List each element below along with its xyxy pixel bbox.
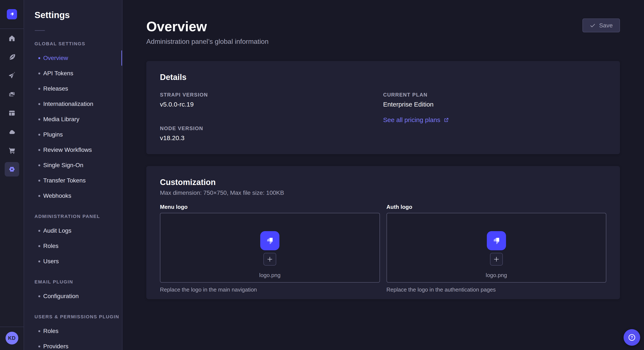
global-settings-list: Overview API Tokens Releases Internation… bbox=[24, 50, 122, 203]
strapi-logo-icon bbox=[490, 235, 502, 247]
subnav-item-label: Configuration bbox=[43, 293, 79, 300]
current-plan-value: Enterprise Edition bbox=[383, 100, 606, 109]
node-version-field: NODE VERSION v18.20.3 bbox=[160, 125, 383, 142]
plus-icon bbox=[493, 256, 500, 262]
strapi-logo-button[interactable] bbox=[7, 9, 17, 19]
rail-item-marketplace[interactable] bbox=[0, 141, 24, 160]
page-subtitle: Administration panel’s global informatio… bbox=[146, 37, 268, 46]
save-button-label: Save bbox=[599, 22, 613, 29]
page-header-titles: Overview Administration panel’s global i… bbox=[146, 20, 268, 46]
details-right-column: CURRENT PLAN Enterprise Edition See all … bbox=[383, 82, 606, 142]
bullet-icon bbox=[38, 72, 40, 74]
subnav-item-label: Overview bbox=[43, 55, 68, 61]
subnav-item-api-tokens[interactable]: API Tokens bbox=[24, 66, 122, 81]
subnav-item-label: Transfer Tokens bbox=[43, 177, 86, 184]
subnav-item-label: Roles bbox=[43, 328, 58, 335]
layout-icon bbox=[8, 109, 16, 117]
subnav-item-overview[interactable]: Overview bbox=[24, 50, 122, 66]
subnav-item-plugins[interactable]: Plugins bbox=[24, 127, 122, 142]
bullet-icon bbox=[38, 118, 40, 120]
menu-logo-block: Menu logo logo.png bbox=[160, 203, 380, 293]
subnav-item-label: Users bbox=[43, 258, 59, 265]
subnav-item-transfer-tokens[interactable]: Transfer Tokens bbox=[24, 173, 122, 188]
user-avatar[interactable]: KD bbox=[6, 332, 18, 345]
strapi-logo-icon bbox=[9, 11, 15, 17]
pricing-plans-link[interactable]: See all pricing plans bbox=[383, 116, 449, 124]
subnav-item-label: Review Workflows bbox=[43, 147, 92, 153]
node-version-value: v18.20.3 bbox=[160, 134, 383, 142]
subnav-item-email-configuration[interactable]: Configuration bbox=[24, 289, 122, 304]
main-content: Overview Administration panel’s global i… bbox=[122, 0, 644, 350]
pricing-plans-link-label: See all pricing plans bbox=[383, 116, 440, 124]
subnav-item-up-roles[interactable]: Roles bbox=[24, 324, 122, 339]
subnav-item-media-library[interactable]: Media Library bbox=[24, 112, 122, 127]
settings-active-indicator bbox=[5, 162, 19, 176]
section-users-permissions-plugin: USERS & PERMISSIONS PLUGIN bbox=[34, 314, 122, 320]
auth-logo-label: Auth logo bbox=[386, 203, 606, 210]
strapi-version-value: v5.0.0-rc.19 bbox=[160, 100, 383, 109]
rail-item-content-manager[interactable] bbox=[0, 104, 24, 123]
customization-card-title: Customization bbox=[160, 177, 606, 187]
logo-grid: Menu logo logo.png bbox=[160, 203, 606, 293]
customization-constraints: Max dimension: 750×750, Max file size: 1… bbox=[160, 189, 606, 197]
menu-logo-filename: logo.png bbox=[259, 272, 280, 279]
auth-logo-dropzone[interactable]: logo.png bbox=[386, 213, 606, 283]
subnav-item-label: Internationalization bbox=[43, 101, 93, 107]
bullet-icon bbox=[38, 346, 40, 348]
save-button[interactable]: Save bbox=[582, 18, 620, 32]
rail-item-releases[interactable] bbox=[0, 66, 24, 85]
menu-logo-dropzone[interactable]: logo.png bbox=[160, 213, 380, 283]
bullet-icon bbox=[38, 88, 40, 90]
gear-icon bbox=[8, 165, 16, 173]
menu-logo-preview bbox=[260, 231, 280, 250]
home-icon bbox=[8, 34, 16, 42]
subnav-item-admin-users[interactable]: Users bbox=[24, 254, 122, 269]
subnav-item-label: Webhooks bbox=[43, 192, 71, 199]
auth-logo-add-button[interactable] bbox=[490, 253, 503, 266]
rail-item-content[interactable] bbox=[0, 48, 24, 66]
email-plugin-list: Configuration bbox=[24, 289, 122, 304]
subnav-item-label: API Tokens bbox=[43, 70, 73, 77]
workspace-logo-section bbox=[0, 0, 24, 29]
strapi-version-label: STRAPI VERSION bbox=[160, 92, 383, 98]
details-grid: STRAPI VERSION v5.0.0-rc.19 NODE VERSION… bbox=[160, 82, 606, 142]
title-divider bbox=[35, 30, 45, 31]
subnav-item-review-workflows[interactable]: Review Workflows bbox=[24, 142, 122, 158]
subnav-item-audit-logs[interactable]: Audit Logs bbox=[24, 223, 122, 238]
details-card: Details STRAPI VERSION v5.0.0-rc.19 NODE… bbox=[146, 61, 620, 154]
section-global-settings: GLOBAL SETTINGS bbox=[34, 41, 122, 47]
auth-logo-preview bbox=[487, 231, 506, 250]
paper-plane-icon bbox=[8, 72, 16, 80]
menu-logo-add-button[interactable] bbox=[264, 253, 276, 266]
current-plan-label: CURRENT PLAN bbox=[383, 92, 606, 98]
bullet-icon bbox=[38, 330, 40, 332]
subnav-item-admin-roles[interactable]: Roles bbox=[24, 238, 122, 254]
subnav-item-label: Audit Logs bbox=[43, 227, 71, 234]
subnav-item-single-sign-on[interactable]: Single Sign-On bbox=[24, 158, 122, 173]
bullet-icon bbox=[38, 134, 40, 136]
help-button[interactable]: ? bbox=[624, 329, 640, 346]
bullet-icon bbox=[38, 149, 40, 151]
bullet-icon bbox=[38, 260, 40, 262]
subnav-item-internationalization[interactable]: Internationalization bbox=[24, 96, 122, 112]
auth-logo-filename: logo.png bbox=[486, 272, 507, 279]
subnav-item-up-providers[interactable]: Providers bbox=[24, 339, 122, 350]
current-plan-field: CURRENT PLAN Enterprise Edition bbox=[383, 92, 606, 109]
subnav-item-webhooks[interactable]: Webhooks bbox=[24, 188, 122, 203]
bullet-icon bbox=[38, 195, 40, 197]
subnav-title: Settings bbox=[34, 10, 122, 20]
auth-logo-block: Auth logo logo.png bbox=[386, 203, 606, 293]
check-icon bbox=[590, 22, 596, 28]
menu-logo-caption: Replace the logo in the main navigation bbox=[160, 286, 380, 293]
rail-item-media-library[interactable] bbox=[0, 85, 24, 104]
rail-item-settings[interactable] bbox=[0, 160, 24, 178]
rail-item-home[interactable] bbox=[0, 29, 24, 48]
bullet-icon bbox=[38, 103, 40, 105]
bullet-icon bbox=[38, 180, 40, 181]
rail-item-cloud[interactable] bbox=[0, 123, 24, 141]
subnav-item-releases[interactable]: Releases bbox=[24, 81, 122, 96]
page-title: Overview bbox=[146, 20, 268, 33]
subnav-item-label: Plugins bbox=[43, 131, 63, 138]
rail-footer: KD bbox=[0, 327, 24, 350]
section-email-plugin: EMAIL PLUGIN bbox=[34, 279, 122, 285]
